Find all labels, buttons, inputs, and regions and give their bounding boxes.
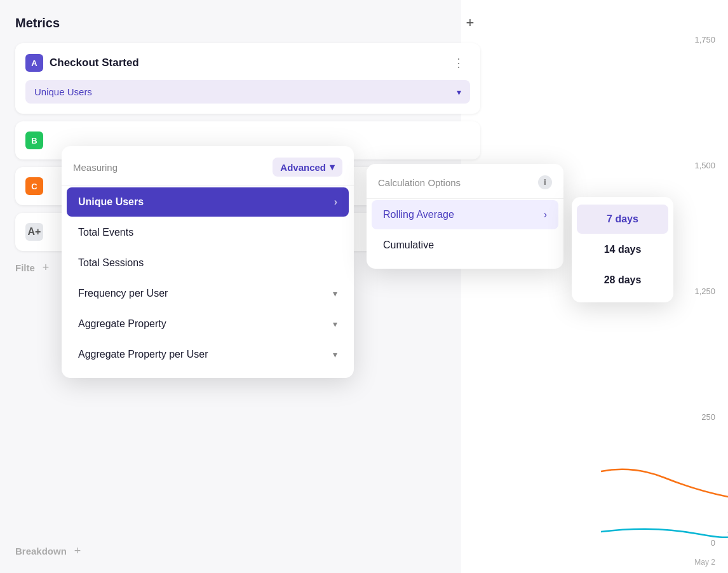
breakdown-section: Breakdown + <box>15 544 81 558</box>
rolling-day-label-2: 28 days <box>604 274 642 285</box>
metric-badge-c: C <box>25 177 43 195</box>
calc-options-header: Calculation Options i <box>367 175 563 199</box>
measuring-item-frequency-per-user[interactable]: Frequency per User ▾ <box>67 279 349 308</box>
breakdown-add-button[interactable]: + <box>74 544 81 558</box>
metrics-title: Metrics <box>15 16 60 30</box>
measuring-item-arrow-0: › <box>334 196 337 208</box>
metric-a-more-button[interactable]: ⋮ <box>448 53 470 72</box>
measuring-item-label-0: Unique Users <box>78 196 144 208</box>
metric-card-a-title: Checkout Started <box>50 57 448 69</box>
calc-info-icon[interactable]: i <box>538 175 552 189</box>
chart-line-orange <box>601 459 728 509</box>
measuring-list: Unique Users › Total Events Total Sessio… <box>62 187 354 369</box>
calc-option-cumulative[interactable]: Cumulative <box>372 231 558 260</box>
calc-options-title: Calculation Options <box>378 177 461 188</box>
metrics-header: Metrics + <box>15 13 480 33</box>
metric-badge-aplus: A+ <box>25 223 43 241</box>
chart-date-label: May 2 <box>694 558 715 567</box>
rolling-day-7[interactable]: 7 days <box>577 205 668 234</box>
measuring-item-aggregate-property[interactable]: Aggregate Property ▾ <box>67 309 349 339</box>
filters-add-button[interactable]: + <box>43 261 50 274</box>
measuring-item-total-sessions[interactable]: Total Sessions <box>67 248 349 278</box>
y-label-1750: 1,750 <box>694 35 715 44</box>
measuring-dropdown: Measuring Advanced ▾ Unique Users › Tota… <box>62 146 354 378</box>
y-label-1250: 1,250 <box>694 286 715 296</box>
rolling-day-label-1: 14 days <box>604 244 642 255</box>
calc-option-rolling-average[interactable]: Rolling Average › <box>372 200 558 229</box>
measuring-item-label-1: Total Events <box>78 227 133 238</box>
measuring-item-chevron-3: ▾ <box>333 288 337 299</box>
y-label-1500: 1,500 <box>694 161 715 170</box>
metric-badge-a: A <box>25 54 43 72</box>
metric-badge-b: B <box>25 131 43 149</box>
metric-a-selector[interactable]: Unique Users ▾ <box>25 80 470 104</box>
rolling-days-popup: 7 days 14 days 28 days <box>572 197 673 302</box>
y-label-250: 250 <box>694 412 715 422</box>
calc-option-label-1: Cumulative <box>383 239 434 251</box>
rolling-day-label-0: 7 days <box>607 213 638 224</box>
rolling-day-28[interactable]: 28 days <box>577 266 668 295</box>
metric-card-a-header: A Checkout Started ⋮ <box>25 53 470 72</box>
add-metric-button[interactable]: + <box>460 13 480 33</box>
measuring-item-chevron-4: ▾ <box>333 319 337 329</box>
measuring-item-label-2: Total Sessions <box>78 257 144 269</box>
measuring-item-label-5: Aggregate Property per User <box>78 349 208 360</box>
measuring-label: Measuring <box>73 162 118 173</box>
measuring-item-label-4: Aggregate Property <box>78 318 166 330</box>
measuring-dropdown-header: Measuring Advanced ▾ <box>62 158 354 186</box>
advanced-button-label: Advanced <box>280 162 326 173</box>
measuring-item-unique-users[interactable]: Unique Users › <box>67 187 349 217</box>
breakdown-label: Breakdown <box>15 546 67 556</box>
calc-options-popup: Calculation Options i Rolling Average › … <box>367 164 563 269</box>
metric-card-a: A Checkout Started ⋮ Unique Users ▾ <box>15 43 480 114</box>
measuring-item-aggregate-property-per-user[interactable]: Aggregate Property per User ▾ <box>67 340 349 369</box>
advanced-chevron-icon: ▾ <box>330 161 335 173</box>
metric-a-selector-label: Unique Users <box>34 86 92 97</box>
calc-option-arrow-0: › <box>544 209 547 220</box>
measuring-item-chevron-5: ▾ <box>333 349 337 360</box>
metric-a-chevron-icon: ▾ <box>457 87 461 97</box>
rolling-day-14[interactable]: 14 days <box>577 235 668 264</box>
calc-option-label-0: Rolling Average <box>383 209 454 220</box>
filters-label: Filte <box>15 262 35 273</box>
chart-line-teal <box>601 522 728 541</box>
measuring-item-total-events[interactable]: Total Events <box>67 218 349 247</box>
advanced-button[interactable]: Advanced ▾ <box>273 158 342 177</box>
measuring-item-label-3: Frequency per User <box>78 288 168 299</box>
calc-options-list: Rolling Average › Cumulative <box>367 200 563 260</box>
